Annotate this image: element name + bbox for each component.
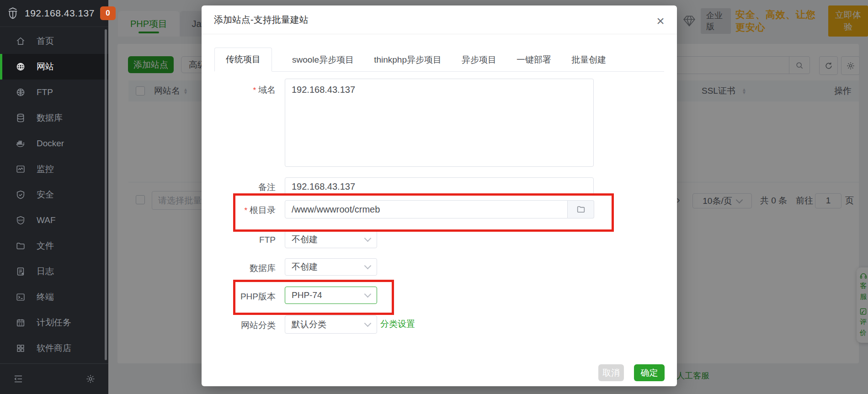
database-select-value: 不创建 <box>292 261 318 273</box>
site-icon <box>16 62 26 72</box>
sidebar-item-docker[interactable]: Docker <box>0 131 108 156</box>
baota-panel-screen: PHP项目 Java项目 企业版 安全、高效、让您更安心 立即体验 添加站点 高… <box>0 0 868 394</box>
sidebar-header: 192.168.43.137 0 <box>0 0 108 27</box>
remark-label: 备注 <box>202 181 276 193</box>
tab-async-project[interactable]: 异步项目 <box>462 48 496 71</box>
terminal-icon <box>16 292 26 302</box>
database-select[interactable]: 不创建 <box>285 258 377 276</box>
sidebar-item-label: 安全 <box>37 189 54 201</box>
site-category-select-value: 默认分类 <box>292 319 326 330</box>
server-ip-label[interactable]: 192.168.43.137 <box>25 8 95 19</box>
panel-logo-icon <box>6 7 19 20</box>
sidebar-item-database[interactable]: 数据库 <box>0 105 108 131</box>
ftp-icon <box>16 87 26 97</box>
site-category-label: 网站分类 <box>202 319 276 331</box>
grid-icon <box>16 343 26 353</box>
site-category-select[interactable]: 默认分类 <box>285 315 377 334</box>
close-icon[interactable]: × <box>651 12 670 30</box>
chevron-down-icon <box>364 291 372 298</box>
sidebar-item-label: 首页 <box>37 35 54 47</box>
sidebar-scrollbar[interactable] <box>105 29 107 360</box>
cancel-button[interactable]: 取消 <box>598 364 624 381</box>
category-settings-link[interactable]: 分类设置 <box>380 318 415 330</box>
monitor-icon <box>16 164 26 174</box>
document-icon <box>16 266 26 277</box>
docker-icon <box>16 138 26 149</box>
sidebar-item-label: 计划任务 <box>37 317 71 329</box>
tab-traditional-project[interactable]: 传统项目 <box>214 48 272 72</box>
database-icon <box>16 113 26 123</box>
modal-header: 添加站点-支持批量建站 × <box>202 5 677 34</box>
required-mark: * <box>244 206 247 215</box>
sidebar: 192.168.43.137 0 首页 网站 <box>0 0 108 394</box>
sidebar-item-label: 监控 <box>37 163 54 175</box>
sidebar-item-appstore[interactable]: 软件商店 <box>0 335 108 361</box>
domain-textarea[interactable]: 192.168.43.137 <box>285 79 594 167</box>
ftp-select-value: 不创建 <box>292 234 318 245</box>
collapse-sidebar-icon[interactable] <box>13 373 24 384</box>
waf-shield-icon: WAF <box>16 215 26 225</box>
database-label: 数据库 <box>202 262 276 274</box>
sidebar-item-label: 终端 <box>37 291 54 303</box>
browse-folder-button[interactable] <box>568 200 594 218</box>
sidebar-menu: 首页 网站 FTP <box>0 28 108 361</box>
sidebar-item-monitor[interactable]: 监控 <box>0 156 108 182</box>
sidebar-item-label: 数据库 <box>37 112 63 124</box>
required-mark: * <box>253 86 256 95</box>
root-dir-label: *根目录 <box>202 204 276 216</box>
sidebar-item-label: 文件 <box>37 240 54 252</box>
sidebar-item-security[interactable]: 安全 <box>0 182 108 208</box>
modal-tab-bar: 传统项目 swoole异步项目 thinkphp异步项目 异步项目 一键部署 批… <box>214 48 664 72</box>
chevron-down-icon <box>364 320 372 327</box>
ftp-select[interactable]: 不创建 <box>285 231 377 248</box>
alert-count-badge[interactable]: 0 <box>100 6 116 20</box>
sidebar-item-logs[interactable]: 日志 <box>0 259 108 284</box>
php-version-label: PHP版本 <box>202 291 276 303</box>
php-version-select-value: PHP-74 <box>292 290 322 300</box>
php-version-select[interactable]: PHP-74 <box>285 287 377 304</box>
sidebar-item-files[interactable]: 文件 <box>0 233 108 259</box>
sidebar-footer <box>0 363 108 394</box>
folder-icon <box>16 241 26 251</box>
sidebar-item-waf[interactable]: WAF WAF <box>0 208 108 233</box>
shield-check-icon <box>16 190 26 200</box>
sidebar-item-home[interactable]: 首页 <box>0 28 108 54</box>
tab-one-click-deploy[interactable]: 一键部署 <box>517 48 551 71</box>
sidebar-item-label: 网站 <box>37 61 54 73</box>
sidebar-item-label: 软件商店 <box>37 342 71 354</box>
confirm-button[interactable]: 确定 <box>634 364 665 381</box>
svg-text:WAF: WAF <box>18 219 24 222</box>
modal-title: 添加站点-支持批量建站 <box>214 14 309 26</box>
sidebar-item-label: FTP <box>37 87 53 97</box>
home-icon <box>16 36 26 46</box>
tab-batch-create[interactable]: 批量创建 <box>571 48 606 71</box>
calendar-icon <box>16 318 26 328</box>
sidebar-item-sites[interactable]: 网站 <box>0 54 108 80</box>
sidebar-item-label: 日志 <box>37 266 54 277</box>
sidebar-item-cron[interactable]: 计划任务 <box>0 310 108 335</box>
tab-thinkphp-project[interactable]: thinkphp异步项目 <box>374 48 442 71</box>
sidebar-item-label: Docker <box>37 138 64 149</box>
add-site-modal: 添加站点-支持批量建站 × 传统项目 swoole异步项目 thinkphp异步… <box>202 5 677 386</box>
chevron-down-icon <box>364 235 372 242</box>
sidebar-item-label: WAF <box>37 215 56 225</box>
tab-swoole-project[interactable]: swoole异步项目 <box>292 48 354 71</box>
sidebar-item-terminal[interactable]: 终端 <box>0 284 108 310</box>
ftp-label: FTP <box>202 235 276 245</box>
chevron-down-icon <box>364 262 372 270</box>
settings-gear-icon[interactable] <box>85 374 96 384</box>
sidebar-item-ftp[interactable]: FTP <box>0 80 108 105</box>
remark-input[interactable]: 192.168.43.137 <box>285 177 594 196</box>
domain-label: *域名 <box>202 84 276 96</box>
root-dir-input[interactable]: /www/wwwroot/crmeb <box>285 200 568 218</box>
